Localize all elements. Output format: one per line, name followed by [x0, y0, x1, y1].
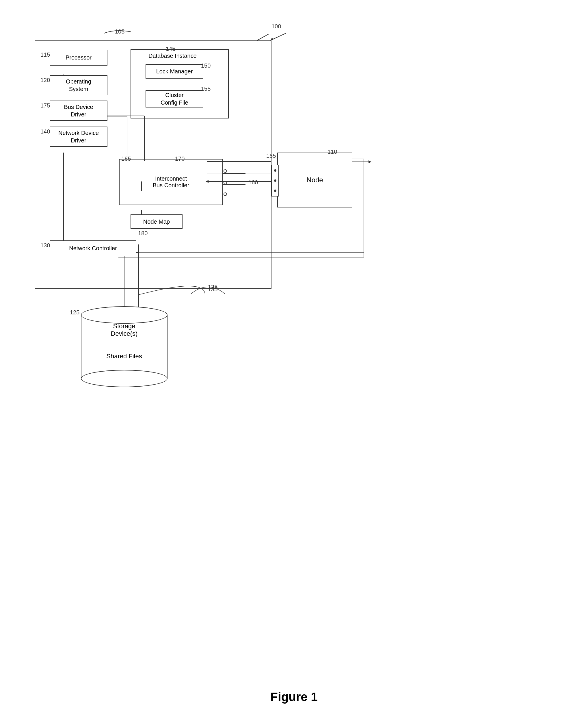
- cluster-line2: Config File: [161, 99, 188, 106]
- svg-marker-28: [270, 38, 273, 40]
- svg-line-0: [257, 34, 269, 40]
- lock-manager-box: Lock Manager: [146, 64, 203, 79]
- storage-line1: Storage: [81, 322, 168, 330]
- ref-125: 125: [70, 309, 79, 316]
- connector-dot-1: [224, 169, 227, 173]
- db-instance-label: Database Instance: [148, 53, 197, 59]
- svg-line-27: [271, 33, 286, 40]
- ref-105: 105: [115, 28, 124, 35]
- node-box: Node: [277, 153, 352, 207]
- bus-device-driver-box: Bus Device Driver: [50, 101, 107, 121]
- os-line1: Operating: [66, 78, 91, 85]
- os-box: Operating System: [50, 75, 107, 95]
- ndd-box: Network Device Driver: [50, 126, 107, 147]
- cluster-config-box: Cluster Config File: [146, 90, 203, 107]
- db-instance-box: Database Instance Lock Manager Cluster C…: [130, 49, 229, 119]
- connector-dot-2: [224, 181, 227, 184]
- ref-115: 115: [40, 52, 50, 58]
- os-line2: System: [66, 85, 91, 93]
- svg-marker-42: [369, 160, 372, 163]
- lock-manager-label: Lock Manager: [156, 68, 193, 75]
- node-dot-1: [274, 169, 276, 171]
- node-dot-2: [274, 179, 276, 182]
- figure-title: Figure 1: [270, 690, 317, 704]
- ibc-connectors: [223, 165, 228, 200]
- ref-130: 130: [40, 242, 50, 249]
- ibc-line2: Bus Controller: [153, 182, 189, 189]
- ref-165b: 165: [266, 153, 276, 159]
- ref-120: 120: [40, 77, 50, 83]
- ibc-line1: Interconnect: [153, 175, 189, 182]
- ref-100: 100: [271, 23, 281, 30]
- ref-175: 175: [40, 102, 50, 109]
- connector-dot-3: [224, 193, 227, 196]
- nodemap-label: Node Map: [143, 219, 170, 225]
- ref-135: 135: [208, 286, 217, 293]
- ref-150: 150: [201, 62, 211, 69]
- ref-145: 145: [166, 46, 175, 52]
- processor-box: Processor: [50, 50, 107, 66]
- ibc-box: Interconnect Bus Controller: [119, 159, 223, 205]
- ref-165: 165: [121, 156, 131, 162]
- ref-140: 140: [40, 128, 50, 135]
- ndd-line1: Network Device: [58, 129, 99, 137]
- shared-files-label: Shared Files: [81, 352, 168, 360]
- ref-110: 110: [328, 148, 337, 155]
- nodemap-box: Node Map: [130, 215, 183, 229]
- ref-180: 180: [138, 230, 148, 237]
- storage-device: Storage Device(s) Shared Files: [81, 306, 168, 387]
- ref-160: 160: [248, 179, 258, 186]
- ref-155: 155: [201, 85, 211, 92]
- bus-line1: Bus Device: [64, 103, 93, 111]
- cluster-line1: Cluster: [161, 91, 188, 99]
- storage-device-label: Storage Device(s): [81, 322, 168, 338]
- node-dot-3: [274, 189, 276, 192]
- main-system-box: Processor 115 Operating System 120 Bus D…: [35, 40, 271, 289]
- nc-box: Network Controller: [50, 240, 136, 256]
- node-connector-box: [271, 165, 279, 197]
- ndd-line2: Driver: [58, 137, 99, 144]
- storage-line2: Device(s): [81, 330, 168, 338]
- nc-label: Network Controller: [69, 245, 117, 252]
- ref-170: 170: [175, 156, 185, 162]
- bus-line2: Driver: [64, 111, 93, 118]
- node-label: Node: [307, 176, 323, 184]
- processor-label: Processor: [66, 54, 91, 61]
